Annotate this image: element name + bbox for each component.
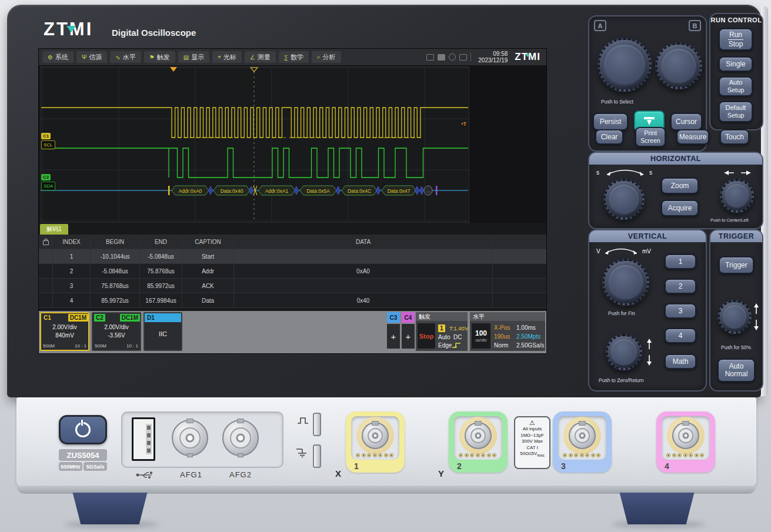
left-foot	[69, 493, 151, 524]
vertical-section: VERTICAL V mV Push for Fin 1 2 3 4 Math …	[588, 229, 707, 392]
channel1-marker[interactable]: C1	[41, 133, 51, 139]
warning-icon: ⚠	[515, 419, 549, 426]
svg-text:Data:0x5A: Data:0x5A	[306, 188, 330, 194]
auto-normal-button[interactable]: Auto Normal	[717, 359, 755, 382]
channel1-button[interactable]: 1	[665, 254, 696, 269]
afg2-connector	[222, 420, 259, 456]
horizontal-position-knob[interactable]	[720, 179, 754, 213]
table-row[interactable]: 1 -10.1044us -5.0848us Start	[39, 249, 546, 264]
waveform-traces: Addr:0xA0Data:0x40Addr:0xA1Data:0x5AData…	[41, 67, 469, 222]
menu-source[interactable]: Ψ信源	[76, 51, 107, 63]
horizontal-scale-knob[interactable]	[603, 179, 645, 220]
vertical-position-knob[interactable]	[606, 334, 642, 370]
lock-status-icon	[449, 53, 456, 61]
channel1-input: 1	[346, 411, 405, 473]
add-channel4-button[interactable]: +	[402, 324, 415, 349]
samplerate-badge: 5GSa/s	[84, 462, 107, 471]
acquire-button[interactable]: Acquire	[661, 200, 699, 216]
menu-cursor[interactable]: ⌖光标	[212, 51, 242, 63]
rising-edge-icon	[451, 342, 463, 349]
menu-analysis[interactable]: ⌕分析	[312, 51, 341, 63]
usb-port[interactable]	[132, 417, 155, 461]
cal-ground-contact	[313, 444, 321, 468]
scale-arc-icon	[603, 168, 647, 176]
brand-subtitle: Digital Oscilloscope	[112, 28, 196, 38]
spec-badges: 500MHz 5GSa/s	[59, 462, 107, 471]
channel1-bnc	[362, 422, 389, 449]
zoom-button[interactable]: Zoom	[661, 178, 699, 194]
print-screen-button[interactable]: Print Screen	[635, 127, 666, 147]
power-button[interactable]	[59, 415, 107, 444]
y-axis-label: Y	[438, 469, 444, 479]
vertical-scale-knob[interactable]	[602, 259, 649, 306]
math-button[interactable]: Math	[665, 354, 696, 369]
touch-status-icon	[459, 54, 467, 61]
clock: 09:58 2023/12/19	[478, 51, 508, 63]
x-axis-label: X	[335, 469, 341, 479]
default-setup-button[interactable]: Default Setup	[719, 101, 753, 122]
multifunction-knob-a[interactable]	[598, 38, 652, 92]
trigger-level-marker[interactable]: •T	[461, 121, 466, 127]
level-arrows-icon	[753, 302, 760, 332]
logo-triangle-icon	[525, 54, 530, 57]
trigger-menu-button[interactable]: Trigger	[719, 256, 754, 274]
channel1-status[interactable]: C1 DC1M 2.00V/div 840mV 500M10 : 1	[40, 312, 89, 351]
flag-icon: ⚑	[149, 54, 155, 61]
channel3-add[interactable]: C3 +	[387, 312, 400, 349]
persist-button[interactable]: Persist	[593, 113, 628, 131]
date: 2023/12/19	[478, 57, 508, 63]
table-header-row: INDEX BEGIN END CAPTION DATA	[39, 235, 546, 249]
col-end: END	[140, 235, 182, 249]
waveform-grid[interactable]: Addr:0xA0Data:0x40Addr:0xA1Data:0x5AData…	[40, 66, 469, 223]
touch-button[interactable]: Touch	[720, 129, 749, 145]
menu-display[interactable]: ▤显示	[178, 51, 209, 63]
usb-icon	[135, 470, 153, 480]
run-stop-button[interactable]: Run Stop	[719, 28, 753, 51]
menu-horizontal[interactable]: ∿水平	[110, 51, 141, 63]
trigger-status-panel[interactable]: 触发 Stop 1 Auto Edge T:1.40V DC	[416, 312, 468, 351]
waveform-area: Addr:0xA0Data:0x40Addr:0xA1Data:0x5AData…	[39, 65, 546, 223]
channel4-add[interactable]: C4 +	[402, 312, 415, 349]
decode-tab[interactable]: 解码1	[40, 224, 68, 235]
table-row[interactable]: 3 75.8768us 85.9972us ACK	[39, 279, 546, 293]
angle-icon: ∠	[250, 54, 255, 61]
multifunction-knob-b[interactable]	[655, 42, 702, 89]
measure-button[interactable]: Measure	[676, 129, 709, 145]
add-channel3-button[interactable]: +	[387, 324, 400, 349]
channel3-button[interactable]: 3	[665, 303, 696, 319]
afg1-connector	[172, 420, 208, 456]
digital1-status[interactable]: D1 IIC	[143, 312, 182, 351]
single-button[interactable]: Single	[719, 56, 753, 72]
channel4-button[interactable]: 4	[665, 328, 696, 343]
menu-measure[interactable]: ∠测量	[245, 51, 276, 63]
channel3-bnc	[569, 422, 596, 449]
right-foot	[616, 493, 697, 524]
table-row[interactable]: 2 -5.0848us 75.8768us Addr 0xA0	[39, 264, 546, 279]
channel2-button[interactable]: 2	[665, 279, 696, 294]
channel2-marker[interactable]: C2	[41, 174, 51, 180]
auto-setup-button[interactable]: Auto Setup	[719, 76, 753, 96]
channel2-status[interactable]: C2 DC1M 2.00V/div -3.56V 500M10 : 1	[92, 312, 141, 351]
menubar-status-cluster: 09:58 2023/12/19 ZTMI	[426, 49, 543, 65]
brand-logo-triangle-icon	[66, 26, 76, 32]
menu-trigger[interactable]: ⚑触发	[144, 51, 175, 63]
trigger-level-knob[interactable]	[717, 300, 752, 334]
table-row[interactable]: 4 85.9972us 167.9984us Data 0x40	[39, 293, 546, 308]
model-badge: ZUS5054	[59, 449, 107, 461]
display-icon: ▤	[183, 54, 189, 61]
lock-icon	[43, 240, 49, 245]
svg-text:Addr:0xA0: Addr:0xA0	[179, 188, 202, 194]
chassis-bottom	[16, 486, 756, 494]
magnifier-icon: ⌕	[317, 53, 321, 61]
ground-icon	[295, 447, 311, 457]
channel2-bus-label: SDA	[41, 182, 55, 190]
horizontal-status-panel[interactable]: 水平 100 us/div X-Pos 190us Norm 1.00ms 2.…	[470, 312, 545, 351]
clear-button[interactable]: Clear	[595, 129, 623, 145]
menu-system[interactable]: ⚙系统	[42, 51, 74, 63]
afg1-label: AFG1	[180, 470, 202, 479]
cursor-button[interactable]: Cursor	[670, 113, 702, 131]
trigger-section: TRIGGER Trigger Push for 50% Auto Normal	[709, 229, 763, 392]
channel2-bnc	[465, 422, 492, 449]
menu-math[interactable]: ∑数学	[279, 51, 309, 63]
col-begin: BEGIN	[91, 235, 140, 249]
